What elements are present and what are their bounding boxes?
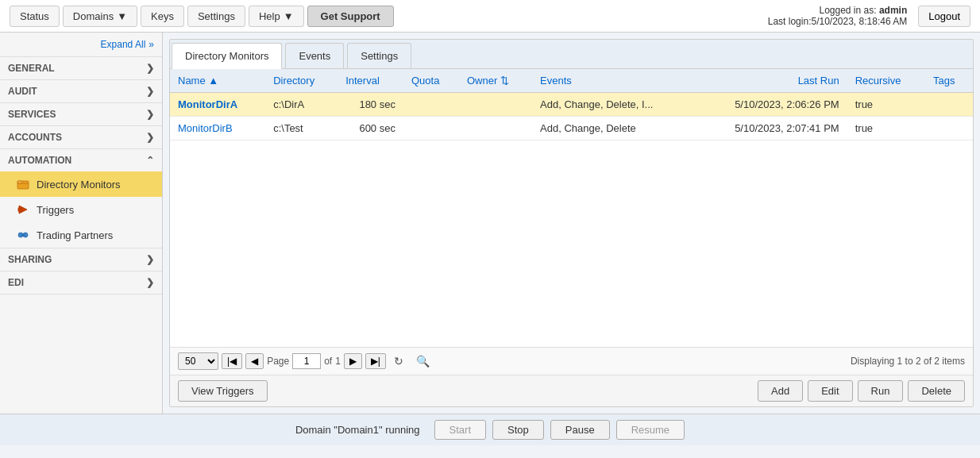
edit-btn[interactable]: Edit	[808, 380, 852, 402]
start-btn[interactable]: Start	[434, 420, 486, 440]
domain-status: Domain "Domain1" running	[295, 424, 420, 436]
sidebar-section-automation: AUTOMATION ⌃ Directory Monitors	[0, 149, 162, 248]
first-page-btn[interactable]: |◀	[222, 353, 242, 369]
resume-btn[interactable]: Resume	[616, 420, 685, 440]
col-interval[interactable]: Interval	[338, 69, 403, 93]
action-bar: View Triggers Add Edit Run Delete	[170, 375, 973, 406]
col-recursive[interactable]: Recursive	[847, 69, 925, 93]
audit-chevron-icon: ❯	[146, 86, 154, 97]
sidebar-section-header-services[interactable]: SERVICES ❯	[0, 103, 162, 125]
keys-nav-btn[interactable]: Keys	[141, 6, 184, 27]
sidebar-section-header-general[interactable]: GENERAL ❯	[0, 57, 162, 79]
sidebar-section-header-automation[interactable]: AUTOMATION ⌃	[0, 149, 162, 171]
directory-monitors-icon	[16, 177, 30, 191]
of-label: of	[324, 356, 332, 367]
table-row[interactable]: MonitorDirBc:\Test600 secAdd, Change, De…	[170, 117, 973, 140]
tab-events[interactable]: Events	[285, 43, 344, 68]
col-owner[interactable]: Owner ⇅	[459, 69, 532, 93]
triggers-icon	[16, 202, 30, 217]
table-cell: 600 sec	[338, 117, 403, 140]
sidebar-section-services: SERVICES ❯	[0, 103, 162, 126]
sidebar-item-directory-monitors[interactable]: Directory Monitors	[0, 171, 162, 197]
services-chevron-icon: ❯	[146, 109, 154, 120]
prev-page-btn[interactable]: ◀	[245, 353, 264, 369]
page-size-select[interactable]: 2550100200	[178, 352, 218, 370]
table-cell	[459, 117, 532, 140]
top-nav: Status Domains ▼ Keys Settings Help ▼ Ge…	[0, 0, 980, 33]
view-triggers-btn[interactable]: View Triggers	[178, 380, 268, 402]
sidebar-section-sharing: SHARING ❯	[0, 248, 162, 271]
sidebar: Expand All » GENERAL ❯ AUDIT ❯ SERVICES …	[0, 33, 163, 414]
status-bar: Domain "Domain1" running Start Stop Paus…	[0, 414, 980, 445]
table-cell: MonitorDirA	[170, 93, 265, 117]
help-dropdown-icon: ▼	[284, 10, 294, 22]
last-page-btn[interactable]: ▶|	[365, 353, 386, 369]
table-cell	[925, 117, 973, 140]
sidebar-item-triggers[interactable]: Triggers	[0, 197, 162, 222]
status-nav-btn[interactable]: Status	[10, 6, 60, 27]
table-cell	[403, 117, 459, 140]
run-btn[interactable]: Run	[858, 380, 904, 402]
sidebar-section-general: GENERAL ❯	[0, 57, 162, 80]
table-cell: c:\Test	[265, 117, 338, 140]
table-cell	[459, 93, 532, 117]
general-label: GENERAL	[8, 63, 55, 74]
sidebar-section-header-accounts[interactable]: ACCOUNTS ❯	[0, 126, 162, 148]
table-cell: true	[847, 117, 925, 140]
table-cell	[925, 93, 973, 117]
sidebar-section-accounts: ACCOUNTS ❯	[0, 126, 162, 149]
zoom-btn[interactable]: 🔍	[411, 353, 434, 369]
page-label: Page	[267, 356, 289, 367]
table-cell: 180 sec	[338, 93, 403, 117]
stop-btn[interactable]: Stop	[492, 420, 544, 440]
sharing-label: SHARING	[8, 254, 52, 265]
owner-sort-icon: ⇅	[500, 75, 509, 87]
tab-directory-monitors[interactable]: Directory Monitors	[172, 43, 282, 69]
table-cell: MonitorDirB	[170, 117, 265, 140]
sidebar-item-trading-partners[interactable]: Trading Partners	[0, 222, 162, 248]
tab-settings[interactable]: Settings	[347, 43, 411, 68]
trading-partners-label: Trading Partners	[37, 229, 113, 241]
table-row[interactable]: MonitorDirAc:\DirA180 secAdd, Change, De…	[170, 93, 973, 117]
domains-dropdown-icon: ▼	[117, 10, 127, 22]
general-chevron-icon: ❯	[146, 63, 154, 74]
last-login: Last login:5/10/2023, 8:18:46 AM	[768, 16, 907, 27]
name-sort-icon: ▲	[208, 75, 218, 87]
services-label: SERVICES	[8, 109, 56, 120]
tab-bar: Directory Monitors Events Settings	[170, 40, 973, 69]
sidebar-section-header-edi[interactable]: EDI ❯	[0, 271, 162, 294]
get-support-btn[interactable]: Get Support	[307, 6, 394, 27]
sidebar-section-header-audit[interactable]: AUDIT ❯	[0, 80, 162, 102]
expand-all-btn[interactable]: Expand All »	[0, 33, 162, 57]
next-page-btn[interactable]: ▶	[344, 353, 362, 369]
accounts-chevron-icon: ❯	[146, 132, 154, 143]
page-number-input[interactable]	[292, 353, 321, 369]
user-info: Logged in as: admin Last login:5/10/2023…	[768, 5, 907, 27]
domains-nav-btn[interactable]: Domains ▼	[63, 6, 137, 27]
col-directory[interactable]: Directory	[265, 69, 338, 93]
logout-btn[interactable]: Logout	[918, 6, 970, 27]
pause-btn[interactable]: Pause	[550, 420, 610, 440]
total-pages: 1	[335, 356, 341, 367]
edi-label: EDI	[8, 277, 24, 288]
col-last-run[interactable]: Last Run	[695, 69, 847, 93]
logged-in-label: Logged in as:	[819, 5, 878, 16]
table-cell	[403, 93, 459, 117]
settings-nav-btn[interactable]: Settings	[187, 6, 245, 27]
table-cell: true	[847, 93, 925, 117]
edi-chevron-icon: ❯	[146, 277, 154, 288]
svg-rect-1	[17, 181, 22, 183]
help-nav-btn[interactable]: Help ▼	[249, 6, 304, 27]
delete-btn[interactable]: Delete	[908, 380, 965, 402]
automation-chevron-icon: ⌃	[146, 155, 154, 166]
sidebar-section-header-sharing[interactable]: SHARING ❯	[0, 248, 162, 271]
col-name[interactable]: Name ▲	[170, 69, 265, 93]
content-area: Directory Monitors Events Settings Name …	[169, 39, 974, 407]
col-events[interactable]: Events	[532, 69, 695, 93]
col-tags[interactable]: Tags	[925, 69, 973, 93]
refresh-btn[interactable]: ↻	[389, 353, 408, 369]
table-cell: 5/10/2023, 2:07:41 PM	[695, 117, 847, 140]
expand-all-icon: »	[149, 39, 154, 50]
add-btn[interactable]: Add	[758, 380, 803, 402]
col-quota[interactable]: Quota	[403, 69, 459, 93]
